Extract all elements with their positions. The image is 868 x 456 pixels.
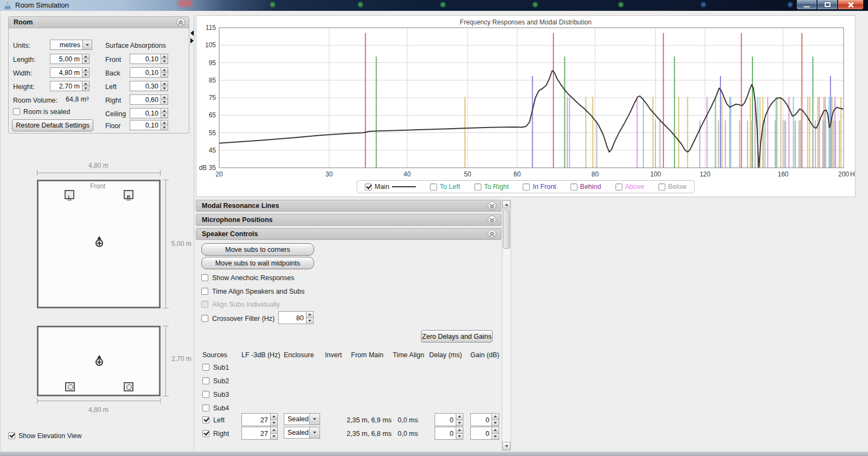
right-speaker-checkbox[interactable] [202,430,209,437]
left-enclosure-value[interactable]: Sealed [284,413,310,425]
absorption-back-spinner[interactable] [161,67,168,78]
time-align-checkbox[interactable] [201,288,208,295]
left-lf-input[interactable]: 27 [241,413,271,426]
collapse-speaker-controls-icon[interactable] [488,230,496,238]
left-lf-spinner[interactable] [270,413,278,426]
speaker-controls-header[interactable]: Speaker Controls [196,228,501,240]
show-anechoic-checkbox[interactable] [201,274,208,281]
room-panel-header[interactable]: Room [9,17,189,28]
move-subs-corners-button[interactable]: Move subs to corners [201,243,314,256]
right-gain-spinner[interactable] [492,427,499,440]
maximize-button[interactable] [817,0,838,10]
legend-checkbox-main[interactable] [365,183,372,191]
elevation-left-speaker-icon[interactable] [65,382,75,391]
splitter-expand-right-icon[interactable] [190,38,194,43]
legend-checkbox-below[interactable] [658,183,665,191]
sub2-checkbox[interactable] [202,377,209,384]
elevation-right-speaker-icon[interactable] [124,382,133,391]
minimize-button[interactable] [796,0,817,10]
move-subs-midpoints-button[interactable]: Move subs to wall midpoints [201,257,314,269]
legend-checkbox-to-right[interactable] [474,183,481,191]
crossover-filter-input[interactable]: 80 [278,311,307,324]
absorption-right-spinner[interactable] [161,94,168,105]
absorption-right-input[interactable]: 0,60 [130,94,161,105]
right-enclosure-dropdown[interactable] [309,427,320,439]
legend-item-above[interactable]: Above [615,183,644,191]
listener-icon[interactable] [95,239,103,247]
absorption-ceiling-input[interactable]: 0,10 [130,108,161,118]
height-input[interactable]: 2,70 m [50,81,82,91]
zero-delays-gains-button[interactable]: Zero Delays and Gains [421,330,493,343]
length-input[interactable]: 5,00 m [50,54,82,64]
sub3-checkbox[interactable] [202,391,209,398]
legend-item-to-left[interactable]: To Left [430,183,461,191]
legend-checkbox-in-front[interactable] [523,183,530,191]
sub1-checkbox[interactable] [202,364,209,371]
legend-item-below[interactable]: Below [658,183,686,191]
collapse-room-panel-icon[interactable] [176,18,185,27]
legend-checkbox-to-left[interactable] [430,183,437,191]
left-speaker-icon[interactable]: L [65,190,74,199]
sub4-checkbox[interactable] [202,404,209,411]
frequency-chart[interactable]: 115105958575655545dB 3520304050608010012… [196,16,855,180]
restore-defaults-button[interactable]: Restore Default Settings [12,119,93,131]
expand-modal-lines-icon[interactable] [488,201,496,210]
close-button[interactable] [838,0,864,10]
left-speaker-checkbox[interactable] [202,416,209,423]
length-label: Length: [13,56,36,64]
elevation-listener-icon[interactable] [95,358,103,366]
legend-checkbox-behind[interactable] [570,183,577,191]
panel-splitter[interactable] [194,15,194,451]
absorption-left-input[interactable]: 0,30 [130,81,161,91]
left-gain-input[interactable]: 0 [470,413,492,426]
right-speaker-icon[interactable]: R [124,190,133,199]
length-spinner[interactable] [82,54,90,64]
crossover-filter-spinner[interactable] [306,311,314,324]
scrollbar-thumb[interactable] [503,210,510,249]
legend-item-to-right[interactable]: To Right [474,183,509,191]
room-sealed-checkbox[interactable] [13,108,20,115]
scrollbar-up-button[interactable] [502,200,510,208]
svg-text:50: 50 [464,170,471,178]
show-elevation-label: Show Elevation View [18,432,82,440]
modal-resonance-lines-header[interactable]: Modal Resonance Lines [196,200,501,212]
units-dropdown-button[interactable] [82,40,92,50]
absorption-ceiling-spinner[interactable] [161,108,168,118]
legend-checkbox-above[interactable] [615,183,622,191]
right-gain-input[interactable]: 0 [470,427,492,440]
crossover-filter-checkbox[interactable] [201,315,208,322]
show-elevation-checkbox[interactable] [8,432,15,439]
microphone-positions-header[interactable]: Microphone Positions [196,214,501,226]
svg-text:Hz: Hz [850,170,855,178]
scrollbar-down-button[interactable] [502,442,510,450]
room-plan-view[interactable]: 4,80 m Front L R 5,00 m [8,160,196,316]
expand-mic-positions-icon[interactable] [488,216,496,224]
absorption-floor-input[interactable]: 0,10 [130,120,161,130]
right-delay-input[interactable]: 0 [435,427,456,440]
left-enclosure-dropdown[interactable] [309,413,320,425]
right-lf-input[interactable]: 27 [241,427,271,440]
absorption-front-spinner[interactable] [161,54,168,64]
absorption-floor-spinner[interactable] [161,120,168,130]
room-elevation-view[interactable]: 2,70 m 4,80 m [8,319,196,420]
width-spinner[interactable] [82,67,90,78]
right-lf-spinner[interactable] [270,427,278,440]
accordion-scrollbar[interactable] [502,200,511,451]
height-spinner[interactable] [82,81,90,91]
width-input[interactable]: 4,80 m [50,67,82,78]
svg-text:65: 65 [209,111,216,119]
left-delay-input[interactable]: 0 [435,413,456,426]
right-enclosure-value[interactable]: Sealed [284,427,310,439]
legend-item-in-front[interactable]: In Front [523,183,556,191]
units-value[interactable]: metres [50,40,83,50]
legend-item-behind[interactable]: Behind [570,183,601,191]
left-gain-spinner[interactable] [492,413,499,426]
right-delay-spinner[interactable] [456,427,463,440]
absorption-front-input[interactable]: 0,10 [130,54,161,64]
absorption-left-spinner[interactable] [161,81,168,91]
absorption-back-input[interactable]: 0,10 [130,67,161,78]
splitter-collapse-left-icon[interactable] [190,30,194,36]
left-delay-spinner[interactable] [456,413,463,426]
legend-item-main[interactable]: Main [365,183,416,191]
svg-text:45: 45 [209,147,216,154]
